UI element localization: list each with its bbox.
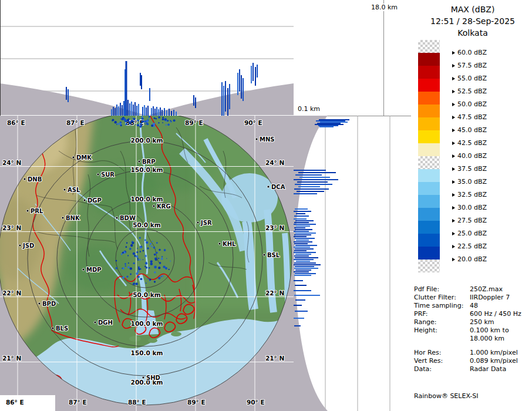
echo-bar (295, 273, 316, 274)
echo-bar (126, 61, 127, 116)
legend-cell (418, 143, 440, 156)
latitude-label-right: 21° N (265, 355, 284, 362)
legend-label-text: 45.0 dBZ (457, 126, 487, 134)
legend-tick-icon (452, 232, 455, 235)
echo-bar (294, 264, 321, 265)
info-label: Time sampling: (414, 302, 470, 310)
legend-cell (418, 247, 440, 260)
info-value: 0.089 km/pixel (470, 357, 518, 365)
echo-bar (251, 66, 252, 83)
height-axis-max-label: 18.0 km (370, 4, 399, 11)
echo-speckle (161, 258, 163, 260)
legend-label-text: 40.0 dBZ (457, 152, 487, 160)
echo-bar (166, 110, 167, 116)
echo-bar (295, 285, 307, 286)
legend-tick-icon (452, 103, 455, 106)
legend-tick-icon (452, 193, 455, 197)
echo-bar (158, 109, 159, 116)
echo-bar (294, 241, 312, 242)
echo-speckle (124, 263, 126, 265)
echo-bar (129, 103, 130, 116)
echo-bar (297, 191, 324, 192)
info-row: Time sampling:48 (414, 302, 528, 310)
echo-speckle (141, 123, 142, 124)
city-dot (19, 244, 21, 247)
legend-tick-icon (452, 51, 455, 55)
legend-cell (418, 53, 440, 66)
echo-speckle (130, 267, 132, 269)
echo-speckle (132, 241, 133, 243)
echo-bar (131, 102, 132, 116)
echo-speckle (158, 122, 159, 123)
city-label: BNK (66, 215, 80, 221)
info-label: PRF: (414, 310, 470, 318)
echo-bar (294, 231, 309, 232)
echo-speckle (142, 120, 144, 122)
info-row: Clutter Filter:IIRDoppler 7 (414, 294, 528, 302)
echo-speckle (121, 253, 123, 255)
legend-label-text: 60.0 dBZ (457, 49, 487, 56)
legend-label: 60.0 dBZ (452, 48, 487, 58)
city-dot (63, 188, 66, 191)
echo-bar (144, 105, 145, 116)
echo-speckle (154, 266, 157, 269)
legend-tick-icon (452, 90, 455, 93)
echo-speckle (156, 242, 158, 244)
echo-speckle (126, 246, 127, 248)
echo-speckle (126, 242, 127, 244)
info-label: Range: (414, 318, 470, 326)
echo-bar (294, 262, 316, 264)
echo-bar (118, 106, 119, 116)
info-row: Hor Res:1.000 km/pixel (414, 349, 528, 357)
echo-bar (195, 97, 196, 108)
city-label: DNB (28, 176, 42, 183)
echo-speckle (137, 270, 140, 272)
legend-tick-icon (452, 219, 455, 223)
echo-bar (295, 299, 305, 301)
echo-bar (319, 119, 349, 120)
info-value: 1.000 km/pixel (470, 349, 518, 356)
echo-bar (294, 222, 309, 223)
echo-speckle (147, 247, 149, 249)
legend-cell (418, 195, 440, 208)
echo-speckle (120, 119, 122, 120)
info-label: Hor Res: (414, 349, 470, 357)
city-dot (255, 138, 258, 140)
echo-speckle (137, 248, 138, 249)
top-panel-right-border (0, 0, 1, 116)
echo-bar (164, 108, 165, 116)
city-label: BPD (42, 301, 56, 307)
city-label: MDP (86, 267, 102, 273)
city-label: ASL (68, 187, 80, 193)
echo-bar (294, 275, 311, 276)
echo-speckle (134, 255, 136, 257)
info-value: 250Z.max (470, 285, 503, 293)
echo-speckle (142, 116, 143, 118)
echo-speckle (151, 262, 152, 263)
echo-speckle (161, 276, 162, 277)
echo-bar (315, 124, 344, 125)
info-value: Radar Data (470, 365, 506, 373)
echo-bar (153, 106, 154, 116)
echo-bar (294, 243, 308, 244)
city-label: DCA (271, 184, 285, 190)
longitude-label-top: 90° E (244, 119, 262, 126)
echo-bar (123, 101, 124, 116)
legend-label: 30.0 dBZ (452, 203, 487, 213)
legend-cell (418, 221, 440, 234)
echo-bar (294, 252, 316, 253)
longitude-label-top: 87° E (66, 119, 85, 126)
city-dot (116, 217, 118, 219)
legend-cell (418, 117, 440, 130)
echo-speckle (137, 276, 140, 278)
legend-cell (418, 260, 440, 272)
echo-bar (68, 89, 69, 102)
city-dot (83, 199, 86, 201)
echo-speckle (139, 237, 141, 238)
echo-bar (146, 107, 147, 116)
legend-cell (418, 169, 440, 182)
legend-tick-icon (452, 167, 455, 171)
legend-label: 25.0 dBZ (452, 229, 487, 238)
echo-speckle (135, 124, 136, 126)
echo-speckle (151, 124, 153, 127)
